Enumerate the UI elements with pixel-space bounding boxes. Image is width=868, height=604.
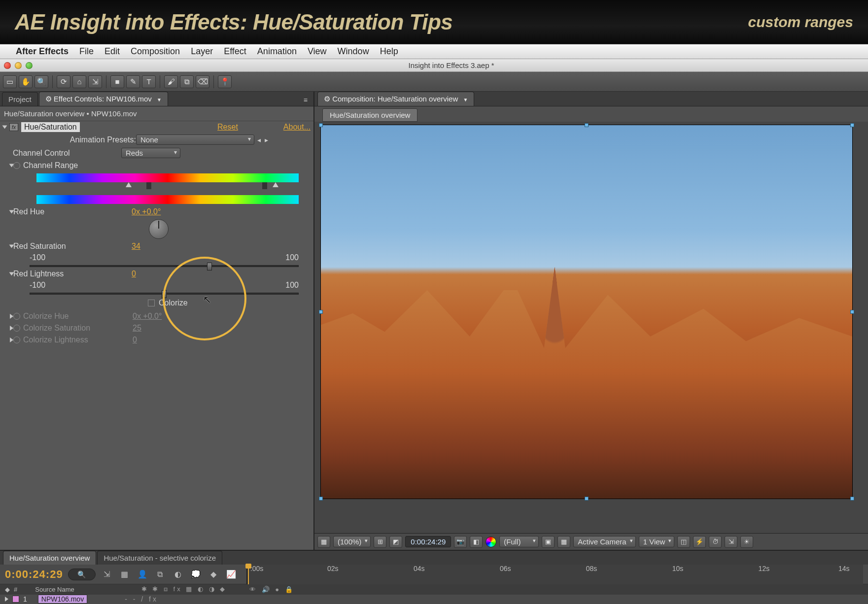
camera-tool-icon[interactable]: ⌂ [72, 75, 86, 88]
col-label-tag-icon[interactable]: ◆ [5, 586, 10, 593]
resolution-dropdown[interactable]: (Full) [499, 536, 539, 547]
red-lightness-slider[interactable]: -100100 [0, 280, 313, 296]
channel-icon[interactable]: ◧ [470, 536, 483, 548]
reset-link[interactable]: Reset [217, 123, 238, 132]
camera-dropdown[interactable]: Active Camera [573, 536, 635, 547]
pen-tool-icon[interactable]: ✎ [126, 75, 140, 88]
window-titlebar[interactable]: Insight into Effects 3.aep * [0, 59, 868, 72]
always-preview-icon[interactable]: ▦ [317, 536, 330, 548]
time-ruler[interactable]: :00s 02s 04s 06s 08s 10s 12s 14s [246, 565, 863, 584]
range-markers[interactable] [36, 182, 299, 191]
transform-handle[interactable] [319, 497, 323, 501]
fx-enable-icon[interactable]: fx [9, 123, 18, 131]
layer-row[interactable]: 1 NPW106.mov - - / fx [0, 595, 868, 604]
eraser-tool-icon[interactable]: ⌫ [196, 75, 209, 88]
range-start-icon[interactable] [146, 182, 151, 189]
transparency-grid-icon[interactable]: ▦ [557, 536, 570, 548]
transform-handle[interactable] [319, 123, 323, 127]
fast-previews-icon[interactable]: ⚡ [693, 536, 706, 548]
layer-switches[interactable]: - - / fx [125, 595, 158, 603]
color-mgmt-icon[interactable] [486, 537, 496, 547]
transform-handle[interactable] [850, 497, 854, 501]
transform-handle[interactable] [850, 123, 854, 127]
preview-image[interactable] [320, 125, 853, 499]
views-dropdown[interactable]: 1 View [639, 536, 675, 547]
tab-composition[interactable]: ⚙ Composition: Hue/Saturation overview ▼ [317, 92, 474, 106]
preset-nav-arrows-icon[interactable]: ◂ ▸ [257, 136, 269, 144]
playhead-icon[interactable] [248, 565, 249, 584]
av-header-icons[interactable]: 👁 🔊 ● 🔒 [249, 586, 295, 593]
red-lightness-value[interactable]: 0 [132, 269, 136, 278]
twirl-right-icon[interactable] [5, 597, 8, 602]
timeline-search-icon[interactable]: 🔍 [68, 569, 96, 580]
menu-window[interactable]: Window [338, 46, 369, 57]
range-end-icon[interactable] [262, 182, 267, 189]
twirl-down-icon[interactable] [9, 272, 14, 276]
selection-tool-icon[interactable]: ▭ [3, 75, 17, 88]
pixel-aspect-icon[interactable]: ◫ [677, 536, 690, 548]
transform-handle[interactable] [319, 310, 323, 314]
rect-tool-icon[interactable]: ■ [110, 75, 124, 88]
channel-range-spectrum[interactable] [0, 171, 313, 206]
switches-header-icons[interactable]: ✱ ✱ ⧈ fx ▦ ◐ ◑ ◆ [141, 585, 227, 593]
range-falloff-left-icon[interactable] [126, 182, 132, 187]
brush-tool-icon[interactable]: 🖌 [164, 75, 178, 88]
colorize-checkbox[interactable] [148, 300, 155, 306]
timeline-tab-a[interactable]: Hue/Saturation overview [3, 551, 96, 565]
timeline-icon[interactable]: ⏱ [709, 536, 722, 548]
effect-name[interactable]: Hue/Saturation [21, 122, 80, 132]
menu-help[interactable]: Help [380, 46, 398, 57]
channel-control-dropdown[interactable]: Reds [121, 148, 180, 158]
slider-thumb[interactable] [207, 263, 212, 270]
menu-app[interactable]: After Effects [16, 46, 69, 57]
red-hue-value[interactable]: 0x +0.0° [132, 207, 161, 216]
comp-subtab[interactable]: Hue/Saturation overview [322, 108, 417, 122]
chevron-down-icon[interactable]: ▼ [463, 97, 468, 102]
stopwatch-icon[interactable] [13, 162, 20, 169]
red-saturation-value[interactable]: 34 [132, 242, 140, 251]
twirl-down-icon[interactable] [2, 126, 7, 129]
layer-color-swatch[interactable] [12, 596, 19, 603]
hand-tool-icon[interactable]: ✋ [19, 75, 33, 88]
motion-blur-icon[interactable]: ◐ [172, 569, 184, 580]
frame-blend-icon[interactable]: ⧉ [154, 569, 167, 580]
tab-project[interactable]: Project [2, 92, 38, 106]
zoom-tool-icon[interactable]: 🔍 [35, 75, 48, 88]
zoom-window-button[interactable] [26, 62, 33, 69]
clone-tool-icon[interactable]: ⧉ [180, 75, 194, 88]
mac-menubar[interactable]: After Effects File Edit Composition Laye… [0, 44, 868, 59]
menu-composition[interactable]: Composition [131, 46, 180, 57]
slider-track[interactable] [30, 265, 299, 267]
roi-icon[interactable]: ▣ [542, 536, 555, 548]
twirl-down-icon[interactable] [9, 245, 14, 248]
menu-file[interactable]: File [79, 46, 94, 57]
transform-handle[interactable] [585, 497, 589, 501]
menu-layer[interactable]: Layer [191, 46, 213, 57]
minimize-window-button[interactable] [15, 62, 22, 69]
range-falloff-right-icon[interactable] [273, 182, 278, 187]
menu-animation[interactable]: Animation [257, 46, 297, 57]
safe-zones-icon[interactable]: ⊞ [374, 536, 386, 548]
menu-effect[interactable]: Effect [224, 46, 246, 57]
menu-edit[interactable]: Edit [104, 46, 120, 57]
hue-dial[interactable] [149, 219, 169, 239]
puppet-tool-icon[interactable]: 📍 [218, 75, 232, 88]
about-link[interactable]: About... [283, 123, 311, 132]
slider-thumb[interactable] [162, 290, 167, 298]
animation-presets-dropdown[interactable]: None [136, 134, 254, 145]
transform-handle[interactable] [585, 123, 589, 127]
current-time-display[interactable]: 0:00:24:29 [405, 536, 451, 547]
comp-mini-flowchart-icon[interactable]: ⇲ [101, 569, 113, 580]
tab-effect-controls[interactable]: ⚙ Effect Controls: NPW106.mov ▼ [39, 92, 168, 106]
panel-menu-icon[interactable]: ≡ [300, 94, 312, 106]
mask-toggle-icon[interactable]: ◩ [389, 536, 402, 548]
flowchart-icon[interactable]: ⇲ [725, 536, 737, 548]
shy-icon[interactable]: 👤 [136, 569, 149, 580]
type-tool-icon[interactable]: T [142, 75, 156, 88]
red-saturation-slider[interactable]: -100100 [0, 252, 313, 268]
draft3d-icon[interactable]: ▦ [118, 569, 131, 580]
zoom-dropdown[interactable]: (100%) [333, 536, 371, 547]
layer-name[interactable]: NPW106.mov [38, 595, 87, 604]
slider-track[interactable] [30, 293, 299, 295]
timeline-timecode[interactable]: 0:00:24:29 [5, 568, 63, 581]
